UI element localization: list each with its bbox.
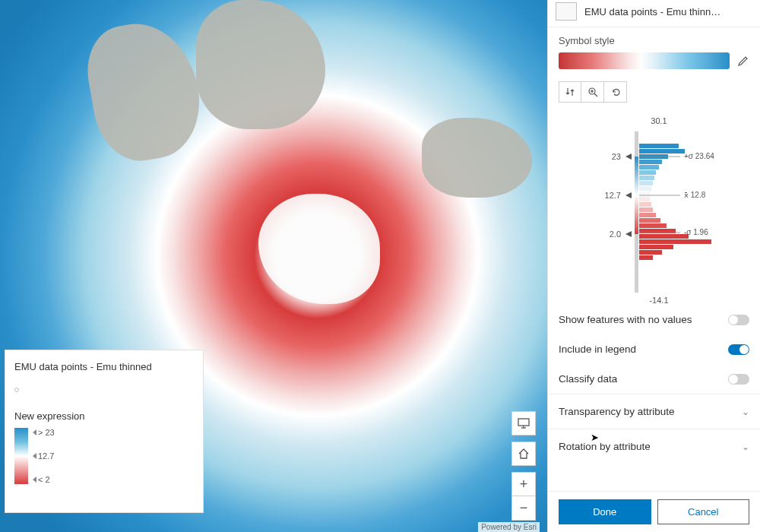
zoom-in-button[interactable]: + (511, 472, 536, 496)
legend-symbol-dot (14, 388, 19, 392)
legend-label-high: > 23 (38, 428, 55, 437)
legend-color-ramp (14, 428, 28, 484)
histogram-tools (548, 77, 760, 107)
svg-rect-12 (639, 160, 662, 164)
pencil-icon[interactable] (737, 55, 749, 67)
svg-rect-15 (639, 176, 654, 180)
svg-rect-13 (639, 165, 659, 169)
landmass-south-america (80, 14, 208, 168)
rotation-by-attribute-expander[interactable]: Rotation by attribute ⌄ (548, 429, 760, 464)
monitor-button[interactable] (511, 411, 536, 435)
svg-rect-17 (639, 186, 651, 191)
done-button[interactable]: Done (559, 499, 651, 524)
landmass-australia (422, 118, 532, 198)
legend-expression-label: New expression (14, 410, 194, 422)
reset-histogram-button[interactable] (604, 81, 627, 103)
include-legend-toggle[interactable] (728, 344, 749, 355)
svg-line-4 (594, 93, 597, 97)
svg-rect-28 (639, 245, 673, 249)
color-ramp-picker[interactable] (559, 52, 730, 69)
svg-text:12.7: 12.7 (605, 191, 621, 200)
svg-rect-27 (639, 239, 711, 244)
svg-rect-24 (639, 223, 667, 228)
histogram-handle-mid[interactable]: 12.7 x̄ 12.8 (605, 191, 706, 200)
swap-icon (565, 87, 575, 97)
svg-rect-26 (639, 234, 689, 239)
no-values-toggle[interactable] (728, 315, 749, 325)
svg-text:23: 23 (612, 152, 621, 161)
map-attribution: Powered by Esri (478, 522, 540, 532)
svg-rect-21 (639, 207, 653, 212)
chevron-left-icon (33, 429, 36, 435)
chevron-left-icon (33, 477, 36, 483)
svg-rect-30 (639, 255, 653, 260)
svg-rect-20 (639, 202, 651, 207)
svg-text:+σ 23.64: +σ 23.64 (684, 152, 714, 160)
svg-rect-14 (639, 170, 656, 175)
symbol-style-label: Symbol style (559, 35, 749, 46)
home-icon (518, 448, 530, 460)
histogram-max-label: 30.1 (651, 116, 667, 125)
zoom-out-button[interactable]: − (511, 496, 536, 521)
transparency-label: Transparency by attribute (559, 406, 675, 417)
legend-label-mid: 12.7 (38, 451, 54, 461)
legend-label-low: < 2 (38, 475, 50, 484)
cancel-button[interactable]: Cancel (657, 499, 750, 524)
flip-ramp-button[interactable] (559, 81, 581, 103)
histogram-bars (639, 144, 711, 260)
rotation-label: Rotation by attribute (559, 441, 651, 452)
landmass-africa (196, 0, 325, 129)
svg-rect-23 (639, 218, 660, 223)
zoom-histogram-button[interactable] (581, 81, 604, 103)
svg-rect-9 (639, 144, 679, 148)
include-legend-label: Include in legend (559, 344, 636, 355)
legend-panel: EMU data points - Emu thinned New expres… (5, 350, 204, 513)
map-nav-controls: + − (511, 411, 536, 521)
landmass-antarctica (258, 194, 380, 304)
layer-thumbnail[interactable] (556, 2, 577, 21)
svg-rect-19 (639, 197, 650, 201)
home-button[interactable] (511, 442, 536, 466)
svg-rect-8 (635, 157, 638, 234)
chevron-down-icon: ⌄ (742, 442, 749, 452)
svg-rect-10 (639, 149, 685, 154)
monitor-icon (518, 418, 530, 429)
histogram-area[interactable]: 30.1 -14.1 (548, 107, 760, 305)
svg-text:2.0: 2.0 (610, 230, 621, 239)
undo-icon (610, 87, 621, 97)
svg-rect-16 (639, 181, 653, 185)
magnify-icon (587, 87, 598, 97)
no-values-label: Show features with no values (559, 314, 692, 325)
panel-header: EMU data points - Emu thinn… (548, 0, 760, 27)
svg-rect-22 (639, 213, 656, 217)
panel-header-title: EMU data points - Emu thinn… (584, 6, 720, 17)
legend-title: EMU data points - Emu thinned (14, 361, 194, 372)
style-side-panel: EMU data points - Emu thinn… Symbol styl… (547, 0, 760, 532)
mouse-cursor: ➤ (591, 432, 599, 443)
svg-text:x̄ 12.8: x̄ 12.8 (684, 191, 706, 199)
classify-data-label: Classify data (559, 373, 617, 385)
histogram-min-label: -14.1 (649, 296, 668, 305)
svg-text:-σ 1.96: -σ 1.96 (684, 228, 708, 236)
chevron-down-icon: ⌄ (742, 407, 749, 417)
classify-data-toggle[interactable] (728, 374, 749, 385)
transparency-by-attribute-expander[interactable]: Transparency by attribute ⌄ (548, 394, 760, 429)
chevron-left-icon (33, 453, 36, 459)
svg-rect-0 (518, 419, 529, 426)
svg-rect-29 (639, 250, 662, 255)
